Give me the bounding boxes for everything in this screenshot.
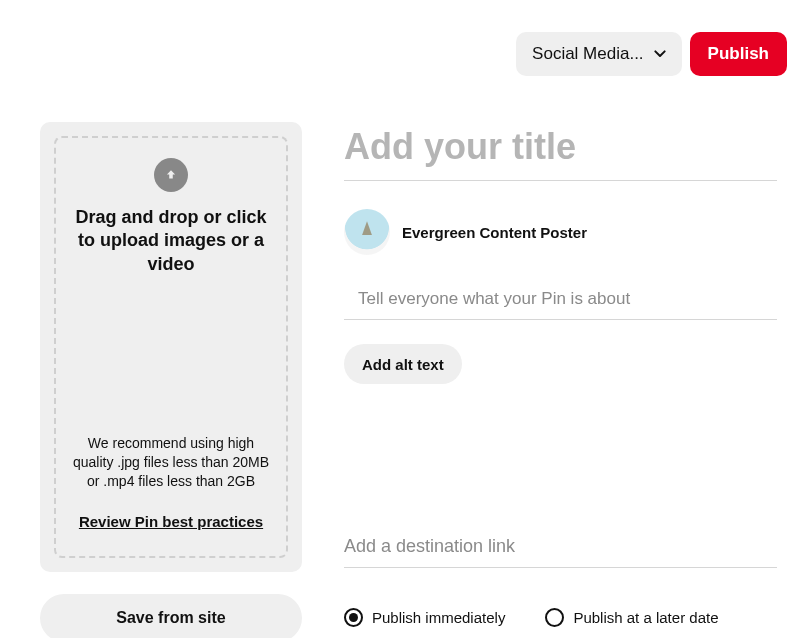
more-icon[interactable] [18, 52, 42, 57]
title-input[interactable] [344, 122, 777, 181]
topbar-actions: Social Media... Publish [516, 32, 787, 76]
upload-instruction: Drag and drop or click to upload images … [66, 206, 276, 276]
upload-dropzone[interactable]: Drag and drop or click to upload images … [54, 136, 288, 558]
save-from-site-button[interactable]: Save from site [40, 594, 302, 638]
publish-button-label: Publish [708, 44, 769, 64]
publish-options: Publish immediately Publish at a later d… [344, 608, 777, 627]
profile-name: Evergreen Content Poster [402, 224, 587, 241]
radio-unselected-icon [545, 608, 564, 627]
upload-recommendation: We recommend using high quality .jpg fil… [66, 434, 276, 491]
add-alt-text-label: Add alt text [362, 356, 444, 373]
avatar[interactable] [344, 209, 390, 255]
chevron-down-icon [652, 46, 668, 62]
profile-row: Evergreen Content Poster [344, 209, 777, 255]
save-from-site-label: Save from site [116, 609, 225, 627]
publish-button[interactable]: Publish [690, 32, 787, 76]
add-alt-text-button[interactable]: Add alt text [344, 344, 462, 384]
publish-immediately-label: Publish immediately [372, 609, 505, 626]
media-uploader[interactable]: Drag and drop or click to upload images … [40, 122, 302, 572]
board-select-label: Social Media... [532, 44, 644, 64]
upload-icon [154, 158, 188, 192]
radio-selected-icon [344, 608, 363, 627]
best-practices-link[interactable]: Review Pin best practices [79, 513, 263, 530]
destination-link-input[interactable] [344, 534, 777, 568]
publish-immediately-option[interactable]: Publish immediately [344, 608, 505, 627]
publish-later-label: Publish at a later date [573, 609, 718, 626]
top-bar: Social Media... Publish [18, 32, 787, 76]
description-input[interactable] [344, 287, 777, 320]
publish-later-option[interactable]: Publish at a later date [545, 608, 718, 627]
board-select[interactable]: Social Media... [516, 32, 682, 76]
